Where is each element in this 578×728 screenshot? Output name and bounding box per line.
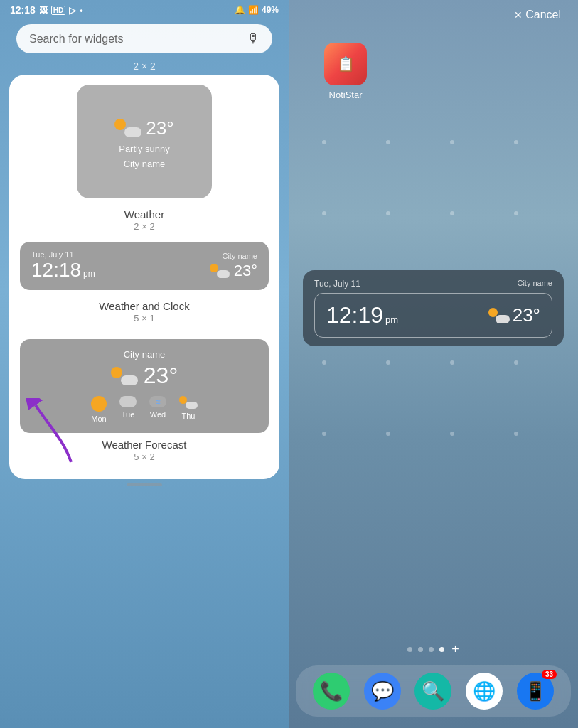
partly-cloudy-icon <box>114 119 141 137</box>
widget-search-bar[interactable]: Search for widgets 🎙 <box>16 24 272 53</box>
home-wc-right: 23° <box>488 304 540 326</box>
search-icon[interactable]: 🔍 <box>414 673 451 710</box>
notistar-icon-img: 📋 <box>324 43 367 85</box>
hd-icon: HD <box>51 6 65 15</box>
weather-clock-widget[interactable]: Tue, July 11 12:18 pm City name 23° <box>20 242 269 290</box>
svg-point-11 <box>322 360 326 365</box>
dot-icon: • <box>80 5 83 16</box>
right-panel: ✕ Cancel 📋 NotiStar <box>289 0 578 728</box>
weather-widget-label: Weather <box>124 208 164 220</box>
notification-badge: 33 <box>542 670 557 679</box>
wc-city: City name <box>222 252 257 260</box>
grid-dots-bg <box>303 107 564 643</box>
svg-point-19 <box>514 432 518 436</box>
battery-display: 49% <box>262 5 279 15</box>
forecast-main-temp: 23° <box>144 363 178 389</box>
weather-temp: 23° <box>146 117 173 139</box>
dot-2 <box>418 647 423 652</box>
notistar-label: NotiStar <box>329 90 363 100</box>
cloud-icon <box>119 396 137 407</box>
cancel-label: Cancel <box>525 9 561 21</box>
home-wc-ampm: pm <box>385 314 398 325</box>
browser-icon[interactable]: 🌐 <box>466 673 503 710</box>
home-wc-time: 12:19 <box>326 302 383 328</box>
alarm-icon: 🔔 <box>235 5 245 15</box>
forecast-days-row: Mon Tue ≋ Wed Thu <box>91 396 198 423</box>
wc-date: Tue, July 11 <box>31 250 95 259</box>
forecast-widget-label: Weather Forecast <box>102 439 187 451</box>
svg-point-4 <box>514 140 518 144</box>
social-icon[interactable]: 📱 33 <box>517 673 554 710</box>
svg-point-16 <box>322 432 326 436</box>
phone-icon[interactable]: 📞 <box>313 673 350 710</box>
search-symbol: 🔍 <box>422 680 444 702</box>
forecast-day-tue: Tue <box>119 396 137 423</box>
svg-point-7 <box>386 211 390 215</box>
dot-4-active <box>439 647 444 652</box>
notistar-app-icon[interactable]: 📋 NotiStar <box>324 43 367 100</box>
weather-widget-size: 2 × 2 <box>134 221 154 232</box>
dot-1 <box>407 647 412 652</box>
weather-clock-size: 5 × 1 <box>134 313 154 323</box>
size-label-2x2: 2 × 2 <box>133 60 156 72</box>
add-page-icon[interactable]: + <box>451 642 459 657</box>
mic-icon[interactable]: 🎙 <box>247 31 259 46</box>
svg-point-6 <box>322 211 326 215</box>
home-wc-city: City name <box>517 279 552 289</box>
cancel-button[interactable]: ✕ Cancel <box>508 6 567 24</box>
grid-dots-svg <box>303 107 564 643</box>
forecast-city: City name <box>124 349 166 360</box>
wc-temp: 23° <box>234 262 257 280</box>
svg-point-17 <box>386 432 390 436</box>
svg-point-2 <box>386 140 390 144</box>
time-display: 12:18 <box>10 4 36 16</box>
home-wc-temp: 23° <box>513 304 540 326</box>
forecast-day-name-mon: Mon <box>91 414 106 423</box>
home-widget-inner: 12:19 pm 23° <box>314 293 552 338</box>
scroll-indicator <box>127 483 162 486</box>
wc-time: 12:18 <box>31 259 81 282</box>
weather-clock-label: Weather and Clock <box>99 300 189 312</box>
weather-2x2-widget[interactable]: 23° Partly sunny City name <box>77 85 212 198</box>
svg-point-13 <box>450 360 454 365</box>
partly-cloudy-thu <box>179 396 198 409</box>
wc-weather-icon <box>210 264 230 278</box>
home-widget-outer: Tue, July 11 City name 12:19 pm 23° <box>303 270 564 346</box>
svg-point-1 <box>322 140 326 144</box>
messages-symbol: 💬 <box>371 680 394 702</box>
forecast-day-name-wed: Wed <box>150 410 166 419</box>
forecast-day-name-tue: Tue <box>122 410 135 419</box>
widgets-list: 23° Partly sunny City name Weather 2 × 2… <box>9 75 279 479</box>
svg-point-8 <box>450 211 454 215</box>
weather-cityname: City name <box>124 159 166 169</box>
svg-point-18 <box>450 432 454 436</box>
svg-point-3 <box>450 140 454 144</box>
forecast-day-name-thu: Thu <box>182 412 196 420</box>
phone-symbol: 📞 <box>320 680 343 702</box>
svg-point-12 <box>386 360 390 365</box>
rain-icon: ≋ <box>149 396 166 407</box>
signal-icon: 📶 <box>248 5 259 15</box>
home-weather-clock-widget[interactable]: Tue, July 11 City name 12:19 pm 23° <box>303 270 564 346</box>
social-symbol: 📱 <box>524 680 547 702</box>
page-dots: + <box>289 642 578 657</box>
sun-icon <box>91 396 107 412</box>
forecast-day-mon: Mon <box>91 396 107 423</box>
notistar-icon-symbol: 📋 <box>337 55 355 73</box>
left-panel: 12:18 🖼 HD ▷ • 🔔 📶 49% Search for widget… <box>0 0 289 728</box>
svg-point-9 <box>514 211 518 215</box>
forecast-day-thu: Thu <box>179 396 198 423</box>
forecast-day-wed: ≋ Wed <box>149 396 166 423</box>
search-placeholder-text: Search for widgets <box>29 33 124 46</box>
location-icon: ▷ <box>69 5 76 16</box>
weather-desc1: Partly sunny <box>119 144 170 154</box>
weather-forecast-widget[interactable]: City name 23° Mon Tue ≋ <box>20 339 269 433</box>
home-wc-weather-icon <box>488 308 510 323</box>
cancel-x-icon: ✕ <box>514 9 523 21</box>
forecast-widget-size: 5 × 2 <box>134 451 154 462</box>
svg-point-14 <box>514 360 518 365</box>
home-wc-date: Tue, July 11 <box>314 279 360 289</box>
messages-icon[interactable]: 💬 <box>364 673 401 710</box>
status-bar-left: 12:18 🖼 HD ▷ • 🔔 📶 49% <box>0 0 289 18</box>
browser-symbol: 🌐 <box>473 680 496 702</box>
